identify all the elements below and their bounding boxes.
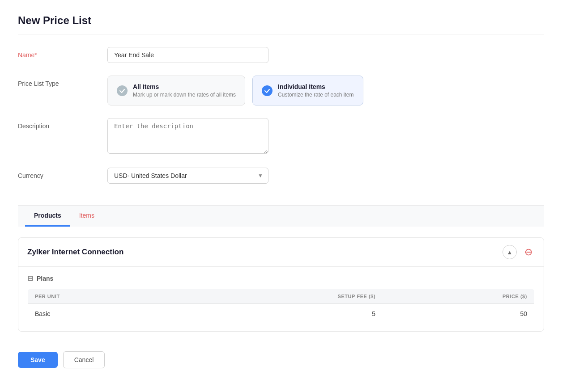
name-control-wrap xyxy=(107,47,544,63)
currency-select[interactable]: USD- United States Dollar xyxy=(107,168,268,184)
individual-items-desc: Customize the rate of each item xyxy=(278,92,353,98)
description-label: Description xyxy=(18,118,107,130)
description-row: Description xyxy=(18,118,544,155)
product-header: Zylker Internet Connection ▲ ⊖ xyxy=(18,238,544,267)
all-items-check-icon xyxy=(117,85,128,96)
col-setup-fee: SETUP FEE ($) xyxy=(180,289,383,304)
all-items-title: All Items xyxy=(133,83,236,90)
type-option-individual-items[interactable]: Individual Items Customize the rate of e… xyxy=(252,76,363,105)
plans-table: PER UNIT SETUP FEE ($) PRICE ($) Basic 5… xyxy=(27,289,535,324)
name-input[interactable] xyxy=(107,47,268,63)
col-per-unit: PER UNIT xyxy=(28,289,181,304)
cell-price: 50 xyxy=(383,304,534,324)
plans-table-body: Basic 5 50 xyxy=(28,304,535,324)
product-section: Zylker Internet Connection ▲ ⊖ ⊟ Plans P… xyxy=(18,237,544,332)
tabs-section: Products Items xyxy=(18,205,544,227)
footer-actions: Save Cancel xyxy=(18,342,544,377)
remove-product-button[interactable]: ⊖ xyxy=(522,246,535,258)
currency-select-wrap: USD- United States Dollar ▼ xyxy=(107,168,268,184)
currency-control-wrap: USD- United States Dollar ▼ xyxy=(107,168,544,184)
individual-items-text: Individual Items Customize the rate of e… xyxy=(278,83,353,98)
all-items-desc: Mark up or mark down the rates of all it… xyxy=(133,92,236,98)
tab-products[interactable]: Products xyxy=(25,206,70,227)
tabs-bar: Products Items xyxy=(18,206,544,227)
individual-items-title: Individual Items xyxy=(278,83,353,90)
name-row: Name* xyxy=(18,47,544,63)
chevron-up-icon: ▲ xyxy=(507,249,513,256)
minus-circle-icon: ⊖ xyxy=(524,246,532,258)
cell-per-unit: Basic xyxy=(28,304,181,324)
table-row: Basic 5 50 xyxy=(28,304,535,324)
currency-row: Currency USD- United States Dollar ▼ xyxy=(18,168,544,184)
name-label: Name* xyxy=(18,47,107,59)
save-button[interactable]: Save xyxy=(18,352,58,368)
product-group-title: Zylker Internet Connection xyxy=(27,248,123,257)
price-list-type-row: Price List Type All Items Mark up or mar… xyxy=(18,76,544,105)
plans-table-header-row: PER UNIT SETUP FEE ($) PRICE ($) xyxy=(28,289,535,304)
price-list-type-control-wrap: All Items Mark up or mark down the rates… xyxy=(107,76,544,105)
page-container: New Price List Name* Price List Type xyxy=(0,0,562,392)
all-items-text: All Items Mark up or mark down the rates… xyxy=(133,83,236,98)
plans-label: ⊟ Plans xyxy=(27,274,535,282)
currency-label: Currency xyxy=(18,168,107,179)
plans-icon: ⊟ xyxy=(27,274,33,282)
price-list-type-label: Price List Type xyxy=(18,76,107,87)
type-options: All Items Mark up or mark down the rates… xyxy=(107,76,544,105)
cancel-button[interactable]: Cancel xyxy=(63,351,105,368)
form-section: Name* Price List Type xyxy=(18,47,544,205)
individual-items-check-icon xyxy=(262,85,272,96)
plans-label-text: Plans xyxy=(37,275,53,282)
plans-section: ⊟ Plans PER UNIT SETUP FEE ($) PRICE ($)… xyxy=(18,267,544,331)
product-header-actions: ▲ ⊖ xyxy=(502,245,535,259)
collapse-button[interactable]: ▲ xyxy=(502,245,517,259)
description-control-wrap xyxy=(107,118,544,155)
type-option-all-items[interactable]: All Items Mark up or mark down the rates… xyxy=(107,76,245,105)
description-input[interactable] xyxy=(107,118,268,154)
col-price: PRICE ($) xyxy=(383,289,534,304)
tab-items[interactable]: Items xyxy=(70,206,103,227)
page-title: New Price List xyxy=(18,14,544,34)
plans-table-head: PER UNIT SETUP FEE ($) PRICE ($) xyxy=(28,289,535,304)
cell-setup-fee: 5 xyxy=(180,304,383,324)
